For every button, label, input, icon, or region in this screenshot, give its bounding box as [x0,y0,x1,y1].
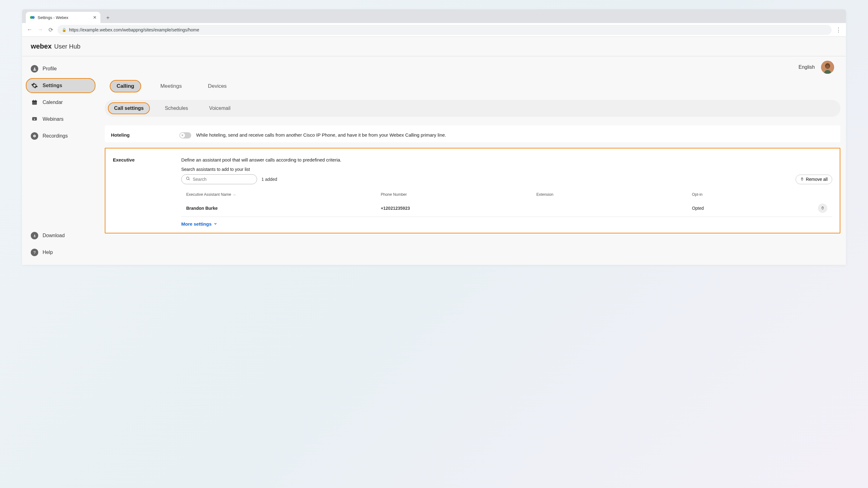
sidebar-item-settings[interactable]: Settings [26,78,95,93]
search-box[interactable] [181,174,257,184]
col-ext[interactable]: Extension [536,192,692,197]
hoteling-panel: Hoteling ✕ While hoteling, send and rece… [105,125,840,142]
avatar[interactable] [821,61,834,74]
col-label: Phone Number [381,192,407,197]
url-box[interactable]: 🔒 https://example.webex.com/webappng/sit… [58,25,832,35]
tab-meetings[interactable]: Meetings [154,80,189,92]
more-settings-link[interactable]: More settings [181,221,832,227]
hoteling-title: Hoteling [111,132,173,139]
sidebar-item-help[interactable]: ? Help [26,245,95,260]
svg-point-12 [826,65,830,69]
assistant-table: Executive Assistant Name ︿ Phone Number … [181,192,832,217]
table-header: Executive Assistant Name ︿ Phone Number … [181,192,832,200]
sort-asc-icon: ︿ [233,192,236,197]
subtab-call-settings[interactable]: Call settings [108,103,150,114]
browser-tab[interactable]: Settings - Webex ✕ [26,12,100,23]
sidebar-item-label: Webinars [42,116,63,122]
sidebar-item-recordings[interactable]: Recordings [26,128,95,143]
tab-label: Devices [208,83,227,89]
back-button[interactable]: ← [26,26,33,33]
chevron-down-icon [214,221,217,227]
subtab-label: Call settings [114,106,144,111]
search-row: 1 added Remove all [181,174,832,184]
executive-title: Executive [113,157,175,227]
sidebar-item-download[interactable]: Download [26,228,95,243]
sidebar-item-label: Recordings [42,133,68,139]
browser-menu-icon[interactable]: ⋮ [835,26,842,33]
row-optin: Opted [692,206,809,211]
delete-row-button[interactable] [818,204,827,213]
col-optin[interactable]: Opt-in [692,192,809,197]
main-tabs: Calling Meetings Devices [105,77,840,100]
sidebar-item-label: Settings [42,83,62,88]
hoteling-description: While hoteling, send and receive calls f… [196,132,446,138]
help-icon: ? [31,249,38,256]
download-icon [31,232,38,239]
webex-favicon [30,15,35,20]
remove-all-label: Remove all [806,177,828,182]
sidebar-item-profile[interactable]: Profile [26,61,95,76]
svg-point-13 [187,177,189,179]
trash-icon [800,177,804,182]
profile-icon [31,65,38,73]
subtab-schedules[interactable]: Schedules [159,103,194,114]
toggle-knob: ✕ [180,133,185,138]
executive-description: Define an assistant pool that will answe… [181,157,832,163]
tab-calling[interactable]: Calling [110,80,141,92]
subtab-voicemail[interactable]: Voicemail [203,103,237,114]
new-tab-button[interactable]: ＋ [103,13,112,22]
executive-panel: Executive Define an assistant pool that … [105,148,840,233]
sidebar: Profile Settings Calendar [22,56,99,265]
svg-rect-4 [32,101,37,102]
subtab-label: Voicemail [209,106,230,111]
more-settings-label: More settings [181,221,212,227]
row-name: Brandon Burke [186,206,381,211]
sidebar-item-label: Calendar [42,99,63,105]
hoteling-toggle[interactable]: ✕ [179,132,191,139]
svg-rect-6 [35,100,36,101]
recording-icon [31,132,38,140]
trash-icon [821,206,825,211]
svg-point-2 [34,67,35,69]
brand-subtitle: User Hub [54,43,80,50]
svg-line-14 [189,179,190,180]
language-selector[interactable]: English [799,64,815,70]
reload-button[interactable]: ⟳ [47,26,54,33]
col-label: Extension [536,192,553,197]
remove-all-button[interactable]: Remove all [796,175,832,184]
search-input[interactable] [193,177,252,182]
brand-logo: webex [31,42,52,50]
browser-window: Settings - Webex ✕ ＋ ← → ⟳ 🔒 https://exa… [22,9,846,265]
sidebar-item-label: Help [42,250,53,255]
col-name[interactable]: Executive Assistant Name ︿ [186,192,381,197]
top-row: English [105,61,840,74]
svg-point-9 [34,136,35,137]
svg-rect-5 [33,100,34,101]
address-bar: ← → ⟳ 🔒 https://example.webex.com/webapp… [22,23,846,37]
app-header: webex User Hub [22,37,846,56]
app-root: webex User Hub Profile Settings [22,37,846,265]
sidebar-item-webinars[interactable]: Webinars [26,112,95,127]
forward-button[interactable]: → [36,26,44,33]
tab-label: Meetings [160,83,182,89]
close-icon[interactable]: ✕ [93,15,97,20]
added-count: 1 added [261,177,277,182]
content-area: English Calling Meetings Devices Call se… [99,56,846,265]
table-row: Brandon Burke +12021235923 Opted [181,200,832,217]
tab-devices[interactable]: Devices [201,80,234,92]
executive-search-label: Search assistants to add to your list [181,167,832,172]
webinar-icon [31,115,38,123]
row-phone: +12021235923 [381,206,536,211]
search-icon [186,176,190,182]
calendar-icon [31,99,38,106]
sidebar-item-label: Profile [42,66,57,71]
svg-point-1 [32,16,35,19]
gear-icon [31,82,38,89]
col-phone[interactable]: Phone Number [381,192,536,197]
tab-label: Calling [117,83,134,89]
sidebar-item-calendar[interactable]: Calendar [26,95,95,110]
sidebar-item-label: Download [42,233,65,238]
col-label: Opt-in [692,192,703,197]
sub-tab-bar: Call settings Schedules Voicemail [105,100,840,117]
col-label: Executive Assistant Name [186,192,231,197]
